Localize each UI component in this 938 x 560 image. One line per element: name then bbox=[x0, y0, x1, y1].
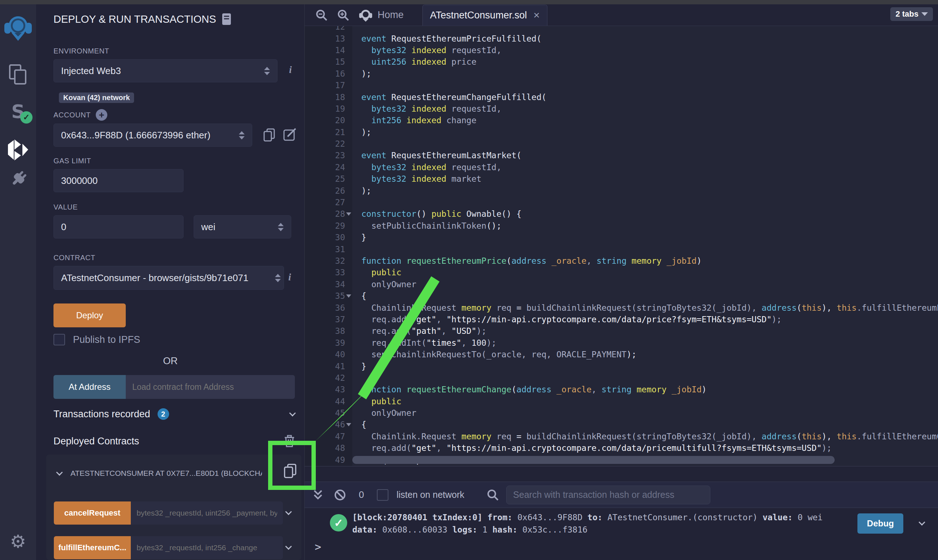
line-number[interactable]: 14 bbox=[304, 46, 345, 55]
at-address-button[interactable]: At Address bbox=[54, 375, 126, 399]
code-line[interactable]: 27 bbox=[304, 197, 938, 208]
cancel-request-button[interactable]: cancelRequest bbox=[54, 502, 131, 525]
contract-instance-header[interactable]: ATESTNETCONSUMER AT 0X7E7...E80D1 (BLOCK… bbox=[57, 469, 274, 478]
code-line[interactable]: 14 bytes32 indexed requestId, bbox=[304, 45, 938, 56]
deploy-run-icon[interactable] bbox=[0, 137, 36, 163]
code-line[interactable]: 13event RequestEthereumPriceFulfilled( bbox=[304, 32, 938, 44]
line-number[interactable]: 48 bbox=[304, 443, 345, 453]
code-line[interactable]: 43function requestEthereumChange(address… bbox=[304, 384, 938, 395]
line-number[interactable]: 33 bbox=[304, 268, 345, 277]
value-input[interactable] bbox=[61, 222, 176, 233]
line-number[interactable]: 49 bbox=[304, 455, 345, 465]
line-number[interactable]: 37 bbox=[304, 315, 345, 324]
line-number[interactable]: 12 bbox=[304, 26, 345, 31]
line-number[interactable]: 32 bbox=[304, 256, 345, 266]
contract-info-icon[interactable]: i bbox=[288, 272, 291, 283]
line-number[interactable]: 34 bbox=[304, 280, 345, 289]
chevron-down-icon[interactable] bbox=[56, 469, 63, 475]
contract-select[interactable]: ATestnetConsumer - browser/gists/9b71e07… bbox=[54, 266, 284, 290]
code-line[interactable]: 28constructor() public Ownable() { bbox=[304, 208, 938, 220]
code-line[interactable]: 41} bbox=[304, 360, 938, 372]
clear-instances-trash-icon[interactable] bbox=[284, 435, 295, 447]
debug-button[interactable]: Debug bbox=[857, 513, 903, 534]
line-number[interactable]: 28 bbox=[304, 209, 345, 218]
line-number[interactable]: 43 bbox=[304, 385, 345, 394]
expand-log-icon[interactable] bbox=[918, 519, 925, 525]
line-number[interactable]: 31 bbox=[304, 245, 345, 254]
gas-limit-input[interactable] bbox=[61, 175, 176, 186]
zoom-out-icon[interactable] bbox=[315, 9, 328, 21]
line-number[interactable]: 15 bbox=[304, 57, 345, 66]
code-line[interactable]: 24 bytes32 indexed requestId, bbox=[304, 162, 938, 173]
line-number[interactable]: 47 bbox=[304, 432, 345, 441]
cancel-request-params-input[interactable] bbox=[137, 509, 277, 517]
code-line[interactable]: 32function requestEthereumPrice(address … bbox=[304, 255, 938, 267]
chevron-down-icon[interactable] bbox=[289, 410, 295, 416]
code-line[interactable]: 17 bbox=[304, 80, 938, 91]
code-line[interactable]: 12 bbox=[304, 26, 938, 32]
line-number[interactable]: 25 bbox=[304, 174, 345, 183]
fold-marker-icon[interactable] bbox=[345, 212, 352, 216]
line-number[interactable]: 41 bbox=[304, 362, 345, 371]
line-number[interactable]: 44 bbox=[304, 397, 345, 406]
tab-home[interactable]: Home bbox=[378, 9, 404, 21]
copy-address-icon[interactable] bbox=[283, 463, 297, 479]
code-line[interactable]: 30} bbox=[304, 232, 938, 243]
code-line[interactable]: 48 req.add("get", "https://min-api.crypt… bbox=[304, 442, 938, 454]
code-line[interactable]: 37 req.add("get", "https://min-api.crypt… bbox=[304, 314, 938, 325]
line-number[interactable]: 40 bbox=[304, 350, 345, 359]
line-number[interactable]: 23 bbox=[304, 151, 345, 160]
fold-marker-icon[interactable] bbox=[345, 423, 352, 426]
line-number[interactable]: 42 bbox=[304, 373, 345, 383]
transactions-recorded-row[interactable]: Transactions recorded 2 bbox=[54, 408, 295, 420]
code-line[interactable]: 40 sendChainlinkRequestTo(_oracle, req, … bbox=[304, 349, 938, 360]
add-account-icon[interactable]: + bbox=[96, 109, 107, 121]
line-number[interactable]: 20 bbox=[304, 115, 345, 125]
code-line[interactable]: 35{ bbox=[304, 290, 938, 302]
tabs-count-dropdown[interactable]: 2 tabs bbox=[890, 7, 933, 21]
code-line[interactable]: 46{ bbox=[304, 419, 938, 430]
tx-log-line-1[interactable]: [block:20780401 txIndex:0] from: 0x643..… bbox=[352, 513, 823, 522]
remix-logo-icon[interactable] bbox=[0, 11, 36, 46]
expand-function-icon[interactable] bbox=[285, 543, 292, 549]
code-area[interactable]: 1213event RequestEthereumPriceFulfilled(… bbox=[304, 26, 938, 466]
code-line[interactable]: 31 bbox=[304, 243, 938, 255]
line-number[interactable]: 21 bbox=[304, 128, 345, 137]
code-line[interactable]: 44 public bbox=[304, 395, 938, 407]
home-remix-icon[interactable] bbox=[359, 8, 372, 22]
line-number[interactable]: 35 bbox=[304, 291, 345, 301]
code-line[interactable]: 26); bbox=[304, 185, 938, 196]
line-number[interactable]: 18 bbox=[304, 92, 345, 102]
file-explorer-icon[interactable] bbox=[0, 62, 36, 88]
code-line[interactable]: 20 int256 indexed change bbox=[304, 115, 938, 126]
line-number[interactable]: 24 bbox=[304, 163, 345, 172]
code-line[interactable]: 15 uint256 indexed price bbox=[304, 56, 938, 68]
line-number[interactable]: 27 bbox=[304, 198, 345, 207]
terminal-prompt[interactable]: > bbox=[315, 540, 321, 553]
code-line[interactable]: 33 public bbox=[304, 267, 938, 278]
plugin-manager-icon[interactable] bbox=[0, 166, 36, 191]
line-number[interactable]: 30 bbox=[304, 233, 345, 242]
code-line[interactable]: 19 bytes32 indexed requestId, bbox=[304, 103, 938, 115]
clear-console-icon[interactable] bbox=[334, 488, 346, 502]
code-line[interactable]: 38 req.add("path", "USD"); bbox=[304, 325, 938, 337]
line-number[interactable]: 46 bbox=[304, 420, 345, 429]
environment-info-icon[interactable]: i bbox=[289, 64, 292, 75]
code-line[interactable]: 34 onlyOwner bbox=[304, 278, 938, 290]
environment-select[interactable]: Injected Web3 bbox=[54, 59, 277, 82]
line-number[interactable]: 45 bbox=[304, 408, 345, 418]
settings-gear-icon[interactable]: ⚙ bbox=[0, 529, 36, 554]
fold-marker-icon[interactable] bbox=[345, 294, 352, 298]
code-line[interactable]: 42 bbox=[304, 372, 938, 384]
deploy-button[interactable]: Deploy bbox=[54, 303, 126, 327]
line-number[interactable]: 29 bbox=[304, 221, 345, 231]
doc-link-icon[interactable] bbox=[222, 13, 231, 25]
tab-active-file[interactable]: ATestnetConsumer.sol × bbox=[422, 5, 547, 26]
code-line[interactable]: 36 Chainlink.Request memory req = buildC… bbox=[304, 302, 938, 313]
terminal-search-input[interactable] bbox=[513, 489, 703, 500]
code-line[interactable]: 16); bbox=[304, 68, 938, 80]
line-number[interactable]: 16 bbox=[304, 69, 345, 78]
code-line[interactable]: 39 req.addInt("times", 100); bbox=[304, 337, 938, 349]
code-line[interactable]: 25 bytes32 indexed market bbox=[304, 173, 938, 185]
line-number[interactable]: 38 bbox=[304, 326, 345, 335]
